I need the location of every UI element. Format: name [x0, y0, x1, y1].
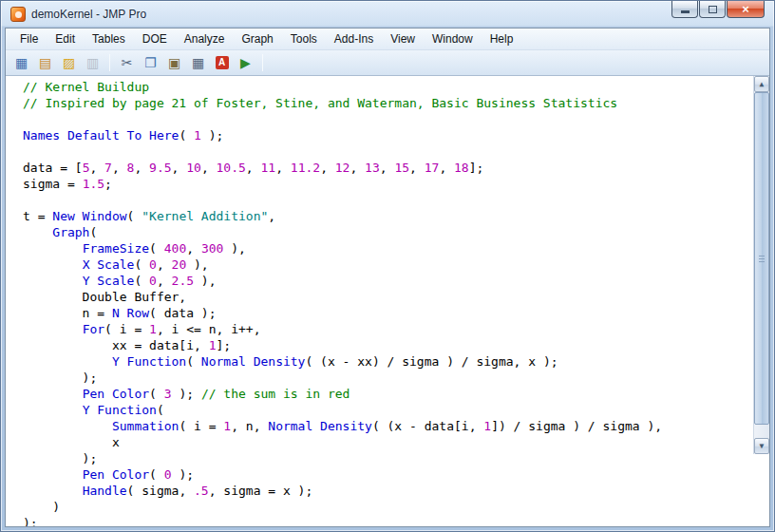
menu-item-window[interactable]: Window [424, 28, 482, 49]
scroll-down-button[interactable]: ▼ [754, 438, 769, 454]
code-line: Pen Color( 3 ); // the sum is in red [23, 386, 747, 402]
minimize-icon [681, 10, 690, 13]
save-button: ▥ [82, 53, 104, 73]
toolbar-separator [109, 54, 110, 71]
open-button[interactable]: ▨ [58, 53, 80, 73]
code-line: // Inspired by page 21 of Foster, Stine,… [23, 95, 747, 111]
title-bar[interactable]: demoKernel - JMP Pro × [1, 1, 774, 28]
cut-icon: ✂ [122, 56, 133, 69]
code-line: ) [23, 499, 747, 515]
copy-button[interactable]: ❐ [140, 53, 161, 73]
print-button[interactable]: ▦ [187, 53, 209, 73]
code-line: Y Scale( 0, 2.5 ), [23, 273, 747, 289]
paste-button[interactable]: ▣ [163, 53, 185, 73]
code-line [23, 143, 747, 160]
menu-item-view[interactable]: View [382, 28, 424, 49]
jmp-app-icon [10, 7, 26, 22]
code-line: X Scale( 0, 20 ), [23, 256, 747, 273]
code-line: Pen Color( 0 ); [23, 466, 747, 483]
code-line: For( i = 1, i <= n, i++, [23, 321, 747, 337]
menu-bar: FileEditTablesDOEAnalyzeGraphToolsAdd-In… [6, 28, 769, 50]
new-data-table-icon: ▦ [15, 56, 28, 69]
new-journal-icon: ▤ [39, 56, 51, 69]
menu-item-tools[interactable]: Tools [282, 28, 326, 49]
client-area: FileEditTablesDOEAnalyzeGraphToolsAdd-In… [5, 28, 770, 527]
code-line: data = [5, 7, 8, 9.5, 10, 10.5, 11, 11.2… [23, 160, 747, 176]
copy-icon: ❐ [144, 56, 157, 69]
scroll-up-button[interactable]: ▲ [754, 76, 769, 92]
open-icon: ▨ [63, 56, 75, 69]
run-script-icon: ▶ [240, 56, 251, 69]
menu-item-doe[interactable]: DOE [134, 28, 176, 49]
menu-item-help[interactable]: Help [482, 28, 522, 49]
new-journal-button[interactable]: ▤ [34, 53, 56, 73]
code-area[interactable]: // Kernel Buildup// Inspired by page 21 … [6, 76, 769, 526]
menu-item-edit[interactable]: Edit [47, 28, 84, 49]
code-line: ); [23, 370, 747, 386]
code-line: Double Buffer, [23, 289, 747, 305]
scrollbar-thumb[interactable] [754, 92, 769, 425]
maximize-icon [709, 6, 717, 13]
code-line: ); [23, 450, 747, 466]
code-line: Summation( i = 1, n, Normal Density( (x … [23, 418, 747, 434]
scroll-down-icon: ▼ [760, 438, 765, 454]
menu-item-add-ins[interactable]: Add-Ins [326, 28, 382, 49]
code-line: Y Function( Normal Density( (x - xx) / s… [23, 353, 747, 370]
close-button[interactable]: × [727, 1, 765, 18]
vertical-scrollbar[interactable]: ▲ ▼ [753, 76, 769, 454]
maximize-button[interactable] [699, 1, 726, 18]
menu-item-tables[interactable]: Tables [84, 28, 134, 49]
code-line: Names Default To Here( 1 ); [23, 127, 747, 143]
code-line: xx = data[i, 1]; [23, 337, 747, 353]
code-line: Y Function( [23, 402, 747, 418]
code-line: Graph( [23, 224, 747, 240]
run-script-button[interactable]: ▶ [235, 53, 256, 73]
menu-item-graph[interactable]: Graph [233, 28, 281, 49]
toolbar-separator [262, 54, 263, 71]
code-line: // Kernel Buildup [23, 79, 747, 95]
code-line: n = N Row( data ); [23, 305, 747, 321]
code-line: ); [23, 515, 747, 526]
print-icon: ▦ [192, 56, 204, 69]
code-line [23, 111, 747, 127]
code-line [23, 192, 747, 208]
window-controls: × [671, 1, 765, 18]
code-line: x [23, 434, 747, 450]
app-window: demoKernel - JMP Pro × FileEditTablesDOE… [0, 0, 775, 532]
code-line: sigma = 1.5; [23, 176, 747, 192]
code-line: Handle( sigma, .5, sigma = x ); [23, 483, 747, 499]
code-line: FrameSize( 400, 300 ), [23, 240, 747, 256]
minimize-button[interactable] [671, 1, 698, 18]
menu-item-analyze[interactable]: Analyze [176, 28, 234, 49]
save-icon: ▥ [86, 56, 99, 69]
close-icon: × [742, 3, 749, 15]
code-line: t = New Window( "Kernel Addition", [23, 208, 747, 224]
menu-item-file[interactable]: File [11, 28, 47, 49]
cut-button[interactable]: ✂ [116, 53, 138, 73]
paste-icon: ▣ [168, 56, 180, 69]
scroll-up-icon: ▲ [760, 76, 765, 92]
pdf-button[interactable]: A [211, 53, 233, 73]
new-data-table-button[interactable]: ▦ [10, 53, 32, 73]
toolbar: ▦▤▨▥✂❐▣▦A▶ [6, 50, 769, 76]
pdf-icon: A [216, 56, 229, 69]
script-editor[interactable]: // Kernel Buildup// Inspired by page 21 … [6, 76, 769, 526]
window-title: demoKernel - JMP Pro [31, 8, 146, 21]
